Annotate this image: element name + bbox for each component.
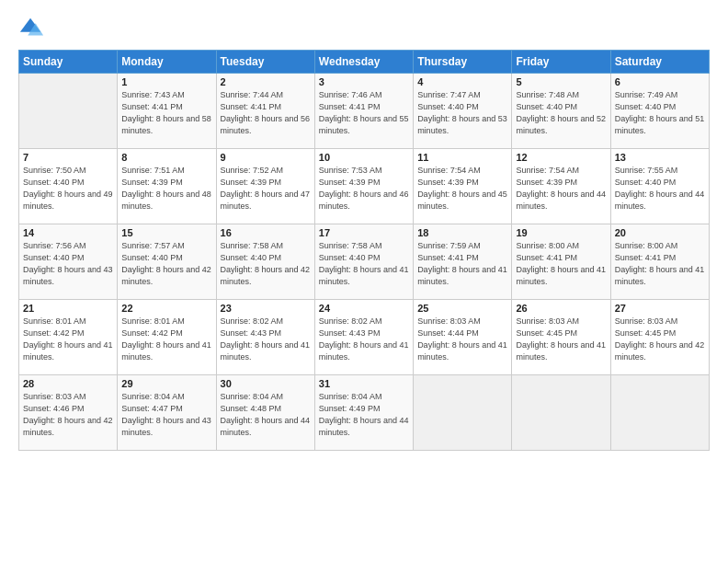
day-number: 22 xyxy=(121,303,211,314)
day-cell: 2Sunrise: 7:44 AMSunset: 4:41 PMDaylight… xyxy=(216,74,314,149)
day-number: 31 xyxy=(319,378,409,389)
day-cell: 16Sunrise: 7:58 AMSunset: 4:40 PMDayligh… xyxy=(216,224,314,300)
day-cell: 8Sunrise: 7:51 AMSunset: 4:39 PMDaylight… xyxy=(118,149,216,224)
day-info: Sunrise: 8:03 AMSunset: 4:45 PMDaylight:… xyxy=(615,316,705,363)
week-row-3: 21Sunrise: 8:01 AMSunset: 4:42 PMDayligh… xyxy=(19,300,710,375)
day-cell: 21Sunrise: 8:01 AMSunset: 4:42 PMDayligh… xyxy=(19,300,118,375)
day-number: 5 xyxy=(516,76,606,87)
day-cell: 4Sunrise: 7:47 AMSunset: 4:40 PMDaylight… xyxy=(414,74,512,149)
day-cell: 1Sunrise: 7:43 AMSunset: 4:41 PMDaylight… xyxy=(118,74,216,149)
day-info: Sunrise: 8:04 AMSunset: 4:48 PMDaylight:… xyxy=(221,391,311,439)
day-number: 11 xyxy=(417,152,507,163)
day-info: Sunrise: 8:01 AMSunset: 4:42 PMDaylight:… xyxy=(23,316,113,363)
day-cell: 30Sunrise: 8:04 AMSunset: 4:48 PMDayligh… xyxy=(216,375,314,451)
day-cell xyxy=(512,375,610,451)
day-info: Sunrise: 7:52 AMSunset: 4:39 PMDaylight:… xyxy=(221,165,311,213)
day-number: 14 xyxy=(23,227,113,238)
day-number: 19 xyxy=(516,227,606,238)
day-number: 12 xyxy=(516,152,606,163)
week-row-4: 28Sunrise: 8:03 AMSunset: 4:46 PMDayligh… xyxy=(19,375,710,451)
day-number: 1 xyxy=(121,76,211,87)
calendar: SundayMondayTuesdayWednesdayThursdayFrid… xyxy=(18,50,710,451)
header-saturday: Saturday xyxy=(610,51,709,74)
logo xyxy=(18,15,48,40)
day-number: 2 xyxy=(221,76,311,87)
day-cell: 6Sunrise: 7:49 AMSunset: 4:40 PMDaylight… xyxy=(610,74,709,149)
day-cell: 3Sunrise: 7:46 AMSunset: 4:41 PMDaylight… xyxy=(314,74,413,149)
logo-icon xyxy=(18,15,44,40)
day-info: Sunrise: 8:02 AMSunset: 4:43 PMDaylight:… xyxy=(221,316,311,363)
day-number: 24 xyxy=(319,303,409,314)
day-cell: 9Sunrise: 7:52 AMSunset: 4:39 PMDaylight… xyxy=(216,149,314,224)
day-info: Sunrise: 7:44 AMSunset: 4:41 PMDaylight:… xyxy=(221,89,311,137)
day-cell: 29Sunrise: 8:04 AMSunset: 4:47 PMDayligh… xyxy=(118,375,216,451)
day-info: Sunrise: 7:51 AMSunset: 4:39 PMDaylight:… xyxy=(121,165,211,213)
day-info: Sunrise: 7:53 AMSunset: 4:39 PMDaylight:… xyxy=(319,165,409,213)
header-sunday: Sunday xyxy=(19,51,118,74)
page: SundayMondayTuesdayWednesdayThursdayFrid… xyxy=(0,0,728,563)
header xyxy=(18,15,710,40)
day-cell: 18Sunrise: 7:59 AMSunset: 4:41 PMDayligh… xyxy=(414,224,512,300)
day-number: 28 xyxy=(23,378,113,389)
day-cell: 17Sunrise: 7:58 AMSunset: 4:40 PMDayligh… xyxy=(314,224,413,300)
day-info: Sunrise: 7:55 AMSunset: 4:40 PMDaylight:… xyxy=(615,165,705,213)
day-cell: 31Sunrise: 8:04 AMSunset: 4:49 PMDayligh… xyxy=(314,375,413,451)
day-number: 6 xyxy=(615,76,705,87)
day-cell: 27Sunrise: 8:03 AMSunset: 4:45 PMDayligh… xyxy=(610,300,709,375)
day-info: Sunrise: 8:03 AMSunset: 4:46 PMDaylight:… xyxy=(23,391,113,439)
day-number: 20 xyxy=(615,227,705,238)
day-cell: 23Sunrise: 8:02 AMSunset: 4:43 PMDayligh… xyxy=(216,300,314,375)
day-cell xyxy=(19,74,118,149)
calendar-header-row: SundayMondayTuesdayWednesdayThursdayFrid… xyxy=(19,51,710,74)
day-cell: 10Sunrise: 7:53 AMSunset: 4:39 PMDayligh… xyxy=(314,149,413,224)
day-cell: 15Sunrise: 7:57 AMSunset: 4:40 PMDayligh… xyxy=(118,224,216,300)
day-info: Sunrise: 7:57 AMSunset: 4:40 PMDaylight:… xyxy=(121,240,211,288)
day-cell xyxy=(414,375,512,451)
day-number: 13 xyxy=(615,152,705,163)
day-info: Sunrise: 8:04 AMSunset: 4:47 PMDaylight:… xyxy=(121,391,211,439)
day-cell: 24Sunrise: 8:02 AMSunset: 4:43 PMDayligh… xyxy=(314,300,413,375)
day-cell: 7Sunrise: 7:50 AMSunset: 4:40 PMDaylight… xyxy=(19,149,118,224)
day-number: 15 xyxy=(121,227,211,238)
header-wednesday: Wednesday xyxy=(314,51,413,74)
day-number: 17 xyxy=(319,227,409,238)
day-info: Sunrise: 7:54 AMSunset: 4:39 PMDaylight:… xyxy=(516,165,606,213)
day-info: Sunrise: 7:58 AMSunset: 4:40 PMDaylight:… xyxy=(221,240,311,288)
header-tuesday: Tuesday xyxy=(216,51,314,74)
day-info: Sunrise: 8:00 AMSunset: 4:41 PMDaylight:… xyxy=(516,240,606,288)
day-info: Sunrise: 8:02 AMSunset: 4:43 PMDaylight:… xyxy=(319,316,409,363)
week-row-1: 7Sunrise: 7:50 AMSunset: 4:40 PMDaylight… xyxy=(19,149,710,224)
day-cell: 20Sunrise: 8:00 AMSunset: 4:41 PMDayligh… xyxy=(610,224,709,300)
day-number: 10 xyxy=(319,152,409,163)
day-cell: 28Sunrise: 8:03 AMSunset: 4:46 PMDayligh… xyxy=(19,375,118,451)
day-info: Sunrise: 8:04 AMSunset: 4:49 PMDaylight:… xyxy=(319,391,409,439)
day-cell: 19Sunrise: 8:00 AMSunset: 4:41 PMDayligh… xyxy=(512,224,610,300)
day-info: Sunrise: 7:59 AMSunset: 4:41 PMDaylight:… xyxy=(417,240,507,288)
day-number: 26 xyxy=(516,303,606,314)
day-number: 29 xyxy=(121,378,211,389)
day-info: Sunrise: 7:56 AMSunset: 4:40 PMDaylight:… xyxy=(23,240,113,288)
header-friday: Friday xyxy=(512,51,610,74)
day-cell xyxy=(610,375,709,451)
day-info: Sunrise: 7:54 AMSunset: 4:39 PMDaylight:… xyxy=(417,165,507,213)
day-number: 9 xyxy=(221,152,311,163)
day-number: 23 xyxy=(221,303,311,314)
day-info: Sunrise: 7:48 AMSunset: 4:40 PMDaylight:… xyxy=(516,89,606,137)
day-number: 7 xyxy=(23,152,113,163)
day-number: 16 xyxy=(221,227,311,238)
day-info: Sunrise: 7:50 AMSunset: 4:40 PMDaylight:… xyxy=(23,165,113,213)
week-row-0: 1Sunrise: 7:43 AMSunset: 4:41 PMDaylight… xyxy=(19,74,710,149)
day-number: 8 xyxy=(121,152,211,163)
header-thursday: Thursday xyxy=(414,51,512,74)
day-cell: 26Sunrise: 8:03 AMSunset: 4:45 PMDayligh… xyxy=(512,300,610,375)
header-monday: Monday xyxy=(118,51,216,74)
day-number: 3 xyxy=(319,76,409,87)
day-cell: 12Sunrise: 7:54 AMSunset: 4:39 PMDayligh… xyxy=(512,149,610,224)
week-row-2: 14Sunrise: 7:56 AMSunset: 4:40 PMDayligh… xyxy=(19,224,710,300)
day-info: Sunrise: 8:03 AMSunset: 4:44 PMDaylight:… xyxy=(417,316,507,363)
day-number: 18 xyxy=(417,227,507,238)
day-info: Sunrise: 8:03 AMSunset: 4:45 PMDaylight:… xyxy=(516,316,606,363)
day-cell: 25Sunrise: 8:03 AMSunset: 4:44 PMDayligh… xyxy=(414,300,512,375)
day-number: 25 xyxy=(417,303,507,314)
day-cell: 22Sunrise: 8:01 AMSunset: 4:42 PMDayligh… xyxy=(118,300,216,375)
